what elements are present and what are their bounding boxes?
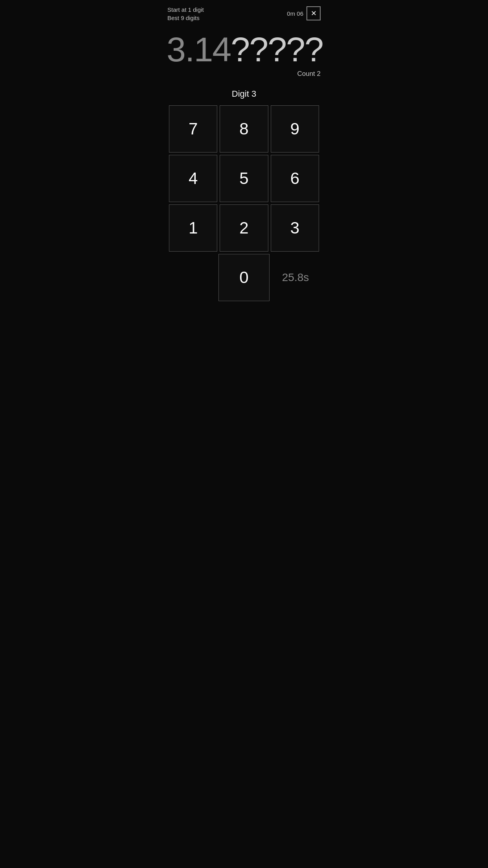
header-right: 0m 06 ✕ xyxy=(287,6,321,20)
btn-6[interactable]: 6 xyxy=(271,155,319,202)
start-label: Start at 1 digit xyxy=(167,6,204,13)
btn-1[interactable]: 1 xyxy=(169,204,217,252)
pi-display: 3.14????? xyxy=(163,24,325,67)
btn-2[interactable]: 2 xyxy=(220,204,268,252)
btn-5[interactable]: 5 xyxy=(220,155,268,202)
elapsed-time: 25.8s xyxy=(272,271,319,284)
btn-0[interactable]: 0 xyxy=(218,254,270,301)
header: Start at 1 digit Best 9 digits 0m 06 ✕ xyxy=(163,0,325,24)
numpad-row-2: 4 5 6 xyxy=(169,155,319,202)
digit-label: Digit 3 xyxy=(163,78,325,105)
numpad-row-3: 1 2 3 xyxy=(169,204,319,252)
best-label: Best 9 digits xyxy=(167,15,204,21)
numpad: 7 8 9 4 5 6 1 2 3 xyxy=(163,105,325,252)
btn-3[interactable]: 3 xyxy=(271,204,319,252)
btn-9[interactable]: 9 xyxy=(271,105,319,153)
close-button[interactable]: ✕ xyxy=(306,6,321,20)
pi-unknown: ????? xyxy=(231,32,323,67)
header-left: Start at 1 digit Best 9 digits xyxy=(167,6,204,21)
numpad-row-1: 7 8 9 xyxy=(169,105,319,153)
btn-7[interactable]: 7 xyxy=(169,105,217,153)
pi-known: 3.14 xyxy=(167,32,231,67)
timer-display: 0m 06 xyxy=(287,10,303,17)
btn-8[interactable]: 8 xyxy=(220,105,268,153)
bottom-row: 0 25.8s xyxy=(163,254,325,301)
btn-4[interactable]: 4 xyxy=(169,155,217,202)
pi-text: 3.14????? xyxy=(167,32,321,67)
